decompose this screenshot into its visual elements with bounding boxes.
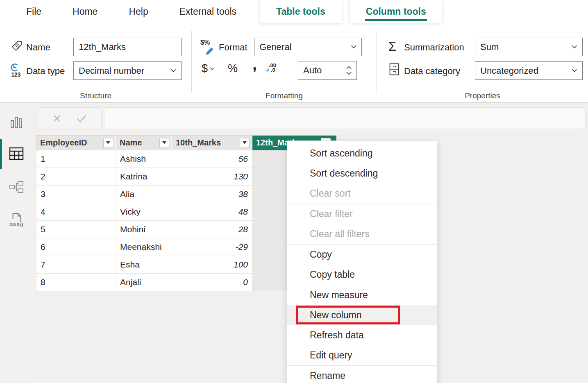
menu-item-label: Sort ascending <box>310 148 372 159</box>
sidebar-item-model-view[interactable] <box>0 176 33 199</box>
tab-home[interactable]: Home <box>57 0 113 23</box>
menu-item-label: Copy <box>310 249 332 260</box>
triangle-down-icon <box>162 141 166 144</box>
tag-icon <box>11 40 23 52</box>
percent-format-button[interactable]: % <box>228 62 238 75</box>
cell-10th-marks[interactable]: 38 <box>172 186 252 203</box>
formula-bar-input[interactable] <box>105 107 586 129</box>
menu-item-label: Edit query <box>310 350 352 361</box>
menu-item-new-column[interactable]: New column <box>287 305 437 325</box>
column-header-label: Name <box>116 138 142 147</box>
ribbon-tabs: FileHomeHelpExternal toolsTable toolsCol… <box>0 0 588 23</box>
comma-icon: , <box>252 60 257 68</box>
format-label: Format <box>219 42 247 53</box>
cell-employeeid[interactable]: 1 <box>36 150 116 168</box>
arrow-right-icon <box>265 68 270 72</box>
cell-name[interactable]: Ashish <box>116 150 172 168</box>
chevron-down-icon <box>170 69 176 73</box>
data-category-dropdown[interactable]: Uncategorized <box>475 61 583 80</box>
tab-help[interactable]: Help <box>113 0 163 23</box>
cell-name[interactable]: Esha <box>116 256 172 274</box>
menu-item-copy-table[interactable]: Copy table <box>287 265 437 285</box>
decimal-places-spinner[interactable]: Auto <box>298 61 357 80</box>
cell-employeeid[interactable]: 6 <box>36 238 116 256</box>
svg-text:DAX: DAX <box>9 222 20 227</box>
cell-employeeid[interactable]: 7 <box>36 256 116 274</box>
format-value: General <box>259 42 291 52</box>
cell-10th-marks[interactable]: 28 <box>172 221 252 238</box>
group-divider <box>377 31 377 93</box>
cell-name[interactable]: Mohini <box>116 221 172 238</box>
cell-name[interactable]: Alia <box>116 186 172 203</box>
datatype-value: Decimal number <box>79 66 144 76</box>
cell-employeeid[interactable]: 8 <box>36 274 116 291</box>
menu-item-sort-ascending[interactable]: Sort ascending <box>287 143 437 163</box>
cell-employeeid[interactable]: 2 <box>36 168 116 186</box>
decimal-places-button[interactable]: .00 .0 <box>265 63 276 72</box>
column-filter-dropdown-button[interactable] <box>103 138 113 148</box>
summarization-label: Summarization <box>404 42 464 53</box>
cell-name[interactable]: Anjali <box>116 274 172 291</box>
menu-item-rename[interactable]: Rename <box>287 366 437 383</box>
column-header-10th-marks[interactable]: 10th_Marks <box>172 135 252 150</box>
menu-item-label: Rename <box>310 370 345 381</box>
data-view-icon <box>9 147 24 161</box>
cell-employeeid[interactable]: 3 <box>36 186 116 203</box>
cell-name[interactable]: Vicky <box>116 203 172 221</box>
menu-item-label: Clear filter <box>310 208 353 220</box>
sidebar-item-dax-query-view[interactable]: DAX <box>0 208 33 231</box>
tab-file[interactable]: File <box>11 0 57 23</box>
dax-query-view-icon: DAX <box>9 212 24 228</box>
cell-10th-marks[interactable]: 130 <box>172 168 252 186</box>
column-header-name[interactable]: Name <box>116 135 172 150</box>
cell-name[interactable]: Katrina <box>116 168 172 186</box>
tab-column-tools[interactable]: Column tools <box>350 0 443 23</box>
cell-employeeid[interactable]: 5 <box>36 221 116 238</box>
column-header-employeeid[interactable]: EmployeeID <box>36 135 116 150</box>
decimals-bottom-text: .0 <box>271 68 275 72</box>
thousands-separator-button[interactable]: , <box>252 64 257 72</box>
menu-item-clear-sort: Clear sort <box>287 184 437 204</box>
chevron-down-icon <box>572 69 577 73</box>
column-name-value: 12th_Marks <box>79 42 126 52</box>
cell-10th-marks[interactable]: 100 <box>172 256 252 274</box>
percent-icon: % <box>228 62 238 75</box>
data-category-label: Data category <box>404 66 460 77</box>
menu-item-copy[interactable]: Copy <box>287 245 437 265</box>
cell-10th-marks[interactable]: -29 <box>172 238 252 256</box>
sigma-icon: Σ <box>388 39 396 54</box>
column-name-input[interactable]: 12th_Marks <box>73 38 182 56</box>
cell-10th-marks[interactable]: 56 <box>172 150 252 168</box>
tab-external-tools[interactable]: External tools <box>164 0 252 23</box>
checkmark-icon[interactable] <box>76 114 87 123</box>
chevron-down-icon[interactable] <box>346 72 352 75</box>
format-dropdown[interactable]: General <box>254 38 362 56</box>
cell-employeeid[interactable]: 4 <box>36 203 116 221</box>
menu-item-label: Copy table <box>310 269 355 280</box>
menu-item-label: Refresh data <box>310 330 364 341</box>
name-label: Name <box>26 42 50 53</box>
sidebar-item-report-view[interactable] <box>0 111 33 134</box>
data-view-canvas: EmployeeIDName10th_Marks12th_Marks 1Ashi… <box>33 103 588 383</box>
menu-item-edit-query[interactable]: Edit query <box>287 345 437 365</box>
chevron-up-icon[interactable] <box>346 66 352 69</box>
triangle-down-icon <box>106 141 110 144</box>
cancel-icon[interactable] <box>52 114 61 123</box>
cell-10th-marks[interactable]: 48 <box>172 203 252 221</box>
menu-item-refresh-data[interactable]: Refresh data <box>287 325 437 345</box>
chevron-down-icon <box>210 67 215 70</box>
menu-item-label: Clear all filters <box>310 229 370 240</box>
column-filter-dropdown-button[interactable] <box>240 138 250 148</box>
sidebar-item-data-view[interactable] <box>0 142 33 165</box>
column-filter-dropdown-button[interactable] <box>159 138 169 148</box>
datatype-dropdown[interactable]: Decimal number <box>73 61 182 80</box>
currency-format-button[interactable]: $ <box>202 62 215 75</box>
model-view-icon <box>9 181 24 194</box>
menu-item-new-measure[interactable]: New measure <box>287 285 437 305</box>
menu-item-sort-descending[interactable]: Sort descending <box>287 163 437 184</box>
summarization-dropdown[interactable]: Sum <box>475 38 583 56</box>
cell-10th-marks[interactable]: 0 <box>172 274 252 291</box>
datatype-label: Data type <box>26 66 65 77</box>
cell-name[interactable]: Meenakshi <box>116 238 172 256</box>
tab-table-tools[interactable]: Table tools <box>260 0 342 23</box>
